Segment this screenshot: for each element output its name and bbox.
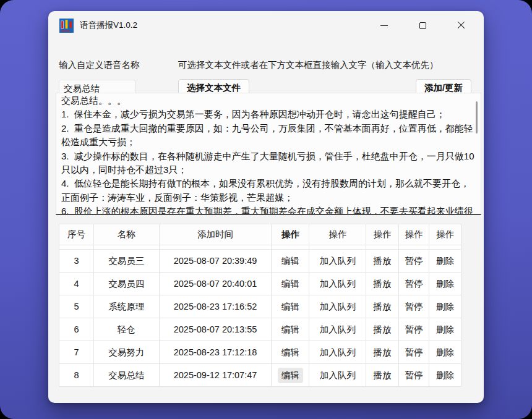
added-time: 2025-09-12 17:07:47 (159, 364, 272, 387)
column-header-0: 序号 (59, 224, 94, 245)
caption-buttons (365, 11, 480, 40)
row-number: 7 (59, 341, 94, 364)
action-enqueue[interactable]: 加入队列 (316, 368, 359, 383)
action-delete[interactable]: 删除 (432, 299, 458, 315)
text-input-hint-label: 可选择文本文件或者在下方文本框直接输入文字（输入文本优先） (178, 59, 439, 71)
column-header-1: 名称 (93, 224, 159, 245)
action-play[interactable]: 播放 (370, 299, 395, 315)
close-button[interactable] (442, 11, 480, 40)
close-icon (457, 22, 465, 30)
textarea-scrollbar-thumb[interactable] (476, 101, 478, 133)
voice-name-label: 输入自定义语音名称 (59, 59, 140, 71)
action-enqueue[interactable]: 加入队列 (316, 322, 359, 337)
action-delete[interactable]: 删除 (432, 368, 458, 383)
added-time: 2025-08-07 20:39:49 (159, 250, 272, 273)
action-delete[interactable]: 删除 (432, 322, 458, 337)
action-edit[interactable]: 编辑 (278, 345, 303, 360)
maximize-icon (419, 22, 426, 29)
action-pause[interactable]: 暂停 (401, 253, 427, 269)
table-row: 8交易总结2025-09-12 17:07:47编辑加入队列播放暂停删除 (59, 364, 461, 387)
action-enqueue[interactable]: 加入队列 (316, 299, 359, 315)
column-header-7: 操作 (429, 224, 461, 245)
action-edit[interactable]: 编辑 (278, 276, 303, 292)
app-icon (59, 19, 74, 33)
action-edit[interactable]: 编辑 (278, 253, 303, 269)
row-number: 6 (59, 318, 94, 341)
table-row: 5系统原理2025-08-23 17:16:52编辑加入队列播放暂停删除 (59, 295, 461, 318)
text-content-area[interactable]: 交易总结。。。 1. 保住本金，减少亏损为交易第一要务，因为各种原因想冲动开仓时… (56, 93, 481, 215)
maximize-button[interactable] (403, 11, 442, 40)
action-play[interactable]: 播放 (370, 322, 395, 337)
column-header-6: 操作 (399, 224, 429, 245)
action-enqueue[interactable]: 加入队列 (316, 253, 359, 269)
action-delete[interactable]: 删除 (432, 276, 458, 292)
action-play[interactable]: 播放 (370, 253, 395, 269)
window-title: 语音播报V1.0.2 (80, 20, 137, 31)
voice-name: 交易总结 (93, 364, 159, 387)
action-enqueue[interactable]: 加入队列 (316, 345, 359, 360)
text-content: 交易总结。。。 1. 保住本金，减少亏损为交易第一要务，因为各种原因想冲动开仓时… (56, 93, 481, 215)
table-row: 7交易努力2025-08-23 17:12:18编辑加入队列播放暂停删除 (59, 341, 461, 364)
column-header-4: 操作 (309, 224, 366, 245)
minimize-button[interactable] (365, 11, 403, 40)
desktop-background: 语音播报V1.0.2 输入自定义语音名称 可选择文本文件或者在下方文本框直接输入… (0, 0, 532, 419)
action-play[interactable]: 播放 (370, 345, 395, 360)
app-window: 语音播报V1.0.2 输入自定义语音名称 可选择文本文件或者在下方文本框直接输入… (48, 11, 484, 403)
voice-name: 轻仓 (93, 318, 159, 341)
action-delete[interactable]: 删除 (432, 345, 458, 360)
action-edit[interactable]: 编辑 (278, 299, 303, 315)
action-pause[interactable]: 暂停 (401, 368, 427, 383)
row-number: 5 (59, 295, 94, 318)
partially-visible-row (59, 245, 461, 250)
voice-name: 交易员四 (93, 273, 159, 295)
minimize-icon (380, 25, 388, 26)
table-row: 4交易员四2025-08-07 20:40:01编辑加入队列播放暂停删除 (59, 273, 461, 295)
row-number: 4 (59, 273, 94, 295)
added-time: 2025-08-23 17:12:18 (159, 341, 272, 364)
voice-name: 交易努力 (93, 341, 159, 364)
action-play[interactable]: 播放 (370, 368, 395, 383)
voice-list-table: 序号名称添加时间操作操作操作操作操作 3交易员三2025-08-07 20:39… (59, 224, 461, 387)
action-edit[interactable]: 编辑 (278, 368, 303, 383)
action-delete[interactable]: 删除 (432, 253, 458, 269)
action-enqueue[interactable]: 加入队列 (316, 276, 359, 292)
form-labels: 输入自定义语音名称 可选择文本文件或者在下方文本框直接输入文字（输入文本优先） (48, 59, 484, 72)
added-time: 2025-08-23 17:16:52 (159, 295, 272, 318)
voice-name: 系统原理 (93, 295, 159, 318)
table-header: 序号名称添加时间操作操作操作操作操作 (59, 224, 461, 245)
action-pause[interactable]: 暂停 (401, 345, 427, 360)
table-row: 6轻仓2025-08-07 20:13:55编辑加入队列播放暂停删除 (59, 318, 461, 341)
column-header-3: 操作 (272, 224, 309, 245)
added-time: 2025-08-07 20:13:55 (159, 318, 272, 341)
column-header-2: 添加时间 (159, 224, 272, 245)
action-pause[interactable]: 暂停 (401, 276, 427, 292)
title-bar: 语音播报V1.0.2 (48, 11, 484, 40)
table-row: 3交易员三2025-08-07 20:39:49编辑加入队列播放暂停删除 (59, 250, 461, 273)
row-number: 3 (59, 250, 94, 273)
voice-name: 交易员三 (93, 250, 159, 273)
column-header-5: 操作 (366, 224, 399, 245)
action-pause[interactable]: 暂停 (401, 299, 427, 315)
row-number: 8 (59, 364, 94, 387)
added-time: 2025-08-07 20:40:01 (159, 273, 272, 295)
action-play[interactable]: 播放 (370, 276, 395, 292)
action-pause[interactable]: 暂停 (401, 322, 427, 337)
action-edit[interactable]: 编辑 (278, 322, 303, 337)
